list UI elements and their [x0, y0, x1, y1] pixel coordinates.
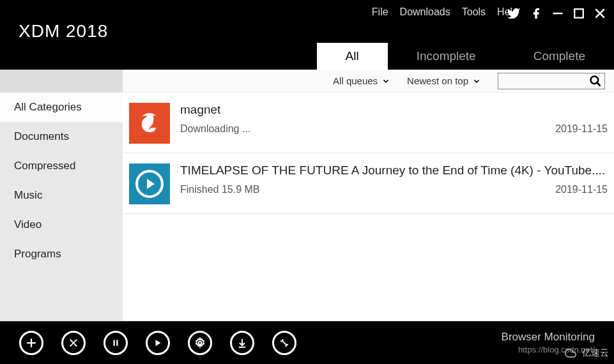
menu-tools[interactable]: Tools: [462, 6, 486, 18]
tab-all[interactable]: All: [317, 43, 388, 70]
svg-rect-1: [574, 9, 583, 18]
browser-monitoring-label[interactable]: Browser Monitoring: [502, 331, 595, 344]
svg-point-15: [199, 341, 202, 344]
svg-marker-7: [147, 179, 155, 189]
app-title: XDM 2018: [19, 21, 108, 42]
download-button[interactable]: [230, 331, 254, 355]
tab-incomplete[interactable]: Incomplete: [388, 43, 505, 70]
header: XDM 2018 File Downloads Tools Help All I…: [0, 0, 614, 70]
tabs: All Incomplete Complete: [317, 43, 614, 70]
twitter-icon[interactable]: [507, 6, 521, 20]
footer-buttons: [19, 331, 296, 355]
main-area: All CategoriesDocumentsCompressedMusicVi…: [0, 70, 614, 321]
chevron-down-icon: [472, 77, 481, 86]
item-status: Downloading ...: [180, 123, 250, 135]
tab-complete[interactable]: Complete: [505, 43, 614, 70]
svg-line-5: [597, 82, 601, 86]
sidebar-item-music[interactable]: Music: [0, 181, 123, 210]
cloud-icon: [563, 347, 578, 359]
item-date: 2019-11-15: [555, 184, 608, 195]
footer: Browser Monitoring https://blog.csdn.net…: [0, 321, 614, 364]
download-list: magnet Downloading ... 2019-11-15 TIMELA…: [123, 93, 614, 214]
chevron-down-icon: [381, 77, 390, 86]
watermark: 亿速云: [563, 347, 609, 359]
pause-button[interactable]: [104, 331, 128, 355]
sort-dropdown[interactable]: Newest on top: [407, 75, 481, 86]
maximize-icon[interactable]: [573, 8, 585, 19]
sidebar-item-video[interactable]: Video: [0, 210, 123, 239]
minimize-icon[interactable]: [551, 7, 564, 20]
ie-icon: [129, 103, 170, 144]
settings-button[interactable]: [188, 331, 212, 355]
sidebar: All CategoriesDocumentsCompressedMusicVi…: [0, 70, 123, 321]
svg-marker-14: [156, 340, 161, 345]
facebook-icon[interactable]: [530, 6, 542, 20]
item-body: magnet Downloading ... 2019-11-15: [180, 103, 608, 144]
sidebar-header: [0, 70, 123, 93]
sidebar-item-documents[interactable]: Documents: [0, 122, 123, 151]
menu-file[interactable]: File: [372, 6, 388, 18]
download-item[interactable]: magnet Downloading ... 2019-11-15: [123, 93, 614, 153]
refresh-button[interactable]: [272, 331, 296, 355]
item-body: TIMELAPSE OF THE FUTURE A Journey to the…: [180, 163, 608, 204]
item-status: Finished 15.9 MB: [180, 184, 260, 195]
menu-downloads[interactable]: Downloads: [400, 6, 450, 18]
menu-bar: File Downloads Tools Help: [372, 6, 518, 18]
cancel-button[interactable]: [61, 331, 86, 355]
item-meta: Downloading ... 2019-11-15: [180, 123, 608, 135]
sidebar-item-programs[interactable]: Programs: [0, 239, 123, 269]
content: All queues Newest on top magnet Download…: [123, 70, 614, 321]
search-input[interactable]: [498, 73, 605, 89]
item-title: TIMELAPSE OF THE FUTURE A Journey to the…: [180, 163, 608, 178]
play-icon: [129, 163, 170, 204]
item-title: magnet: [180, 103, 608, 117]
sidebar-item-compressed[interactable]: Compressed: [0, 151, 123, 181]
search-icon: [589, 75, 602, 87]
toolbar: All queues Newest on top: [123, 70, 614, 93]
add-button[interactable]: [19, 331, 43, 355]
sidebar-item-all-categories[interactable]: All Categories: [0, 93, 123, 122]
close-icon[interactable]: [594, 7, 606, 20]
sort-label: Newest on top: [407, 75, 468, 86]
queues-dropdown[interactable]: All queues: [333, 75, 390, 86]
queues-label: All queues: [333, 75, 378, 86]
play-button[interactable]: [146, 331, 170, 355]
window-controls: [507, 6, 606, 20]
download-item[interactable]: TIMELAPSE OF THE FUTURE A Journey to the…: [123, 153, 614, 214]
item-date: 2019-11-15: [555, 123, 608, 135]
item-meta: Finished 15.9 MB 2019-11-15: [180, 184, 608, 195]
svg-point-4: [591, 76, 599, 84]
